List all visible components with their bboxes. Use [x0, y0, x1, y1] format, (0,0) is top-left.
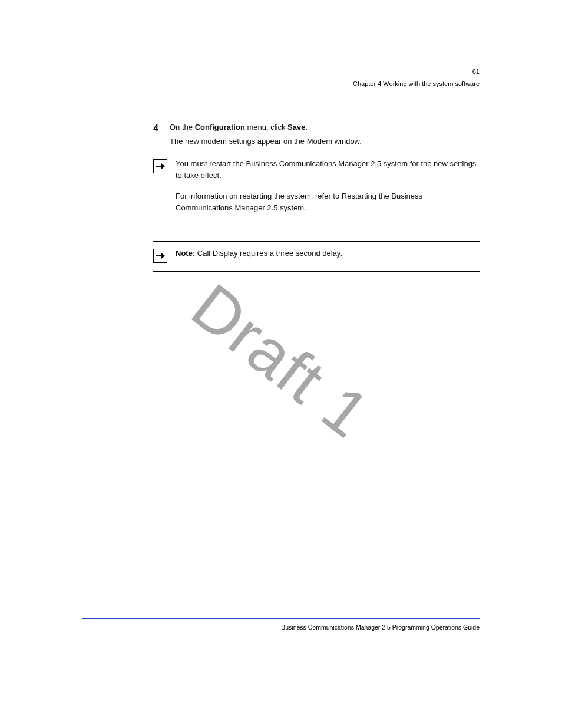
restart-link-para: For information on restarting the system…: [176, 190, 480, 214]
arrow-right-icon: [153, 249, 167, 263]
step-number: 4: [153, 121, 161, 136]
step-4-row: 4 On the Configuration menu, click Save.…: [153, 121, 480, 147]
main-content: 4 On the Configuration menu, click Save.…: [82, 105, 480, 272]
chapter-title: Chapter 4 Working with the system softwa…: [353, 80, 480, 87]
footer-text: Business Communications Manager 2.5 Prog…: [82, 624, 480, 631]
step-heading-end: .: [305, 123, 308, 131]
restart-info-para: You must restart the Business Communicat…: [176, 158, 480, 182]
step-subtext: The new modem settings appear on the Mod…: [170, 136, 480, 147]
arrow-right-icon: [153, 159, 167, 173]
note-text: Note: Call Display requires a three seco…: [176, 248, 342, 259]
step-heading-bold-1: Configuration: [195, 123, 245, 131]
page-header: 61 Chapter 4 Working with the system sof…: [82, 67, 480, 105]
note-body: Call Display requires a three second del…: [197, 249, 342, 258]
note-block: Note: Call Display requires a three seco…: [153, 241, 480, 272]
svg-marker-3: [161, 253, 165, 259]
step-heading-bold-2: Save: [287, 123, 305, 131]
note-row-1: You must restart the Business Communicat…: [153, 158, 480, 222]
restart-link-prefix: For information on restarting the system…: [176, 192, 342, 200]
page-number: 61: [472, 67, 480, 77]
footer-divider: [82, 618, 480, 619]
note-label: Note:: [176, 249, 195, 258]
page-footer: Business Communications Manager 2.5 Prog…: [82, 618, 480, 631]
step-heading: On the Configuration menu, click Save.: [170, 121, 480, 133]
watermark-text: Draft 1: [178, 268, 384, 452]
restart-link-suffix: .: [304, 203, 306, 212]
step-heading-prefix: On the: [170, 123, 195, 131]
step-heading-mid: menu, click: [245, 123, 287, 131]
svg-marker-1: [161, 163, 165, 169]
